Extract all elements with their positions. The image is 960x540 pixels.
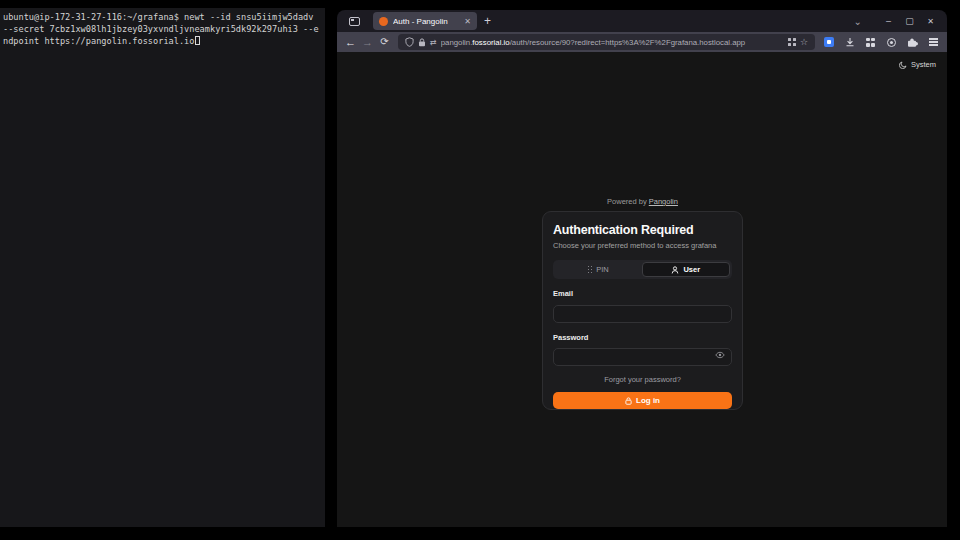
hamburger-menu-icon (929, 38, 938, 45)
theme-label: System (911, 60, 936, 69)
terminal-line: --secret 7cbz1xw08lh1jbzey03yxvndljvneam… (3, 24, 322, 36)
terminal-line-text: ndpoint https://pangolin.fossorial.io (3, 36, 194, 46)
terminal-window[interactable]: ubuntu@ip-172-31-27-116:~/grafana$ newt … (0, 8, 325, 527)
terminal-cursor (195, 36, 200, 45)
theme-selector[interactable]: System (899, 60, 936, 69)
pangolin-link[interactable]: Pangolin (649, 197, 678, 206)
navigation-toolbar: ← → ⟳ ⇄ pangolin.fossorial.io/auth/resou… (337, 32, 947, 52)
terminal-line: ndpoint https://pangolin.fossorial.io (3, 36, 322, 48)
url-text[interactable]: pangolin.fossorial.io/auth/resource/90?r… (441, 38, 784, 47)
tab-user-label: User (683, 265, 700, 274)
tab-auth-pangolin[interactable]: Auth - Pangolin ✕ (373, 12, 477, 30)
apps-grid-button[interactable] (862, 34, 879, 50)
tab-title: Auth - Pangolin (393, 17, 459, 26)
tab-pin[interactable]: PIN (555, 262, 642, 277)
tab-pin-label: PIN (596, 265, 609, 274)
url-path: /auth/resource/90?redirect=https%3A%2F%2… (510, 38, 746, 47)
window-maximize-button[interactable]: ▢ (899, 16, 920, 26)
url-subdomain: pangolin. (441, 38, 473, 47)
password-label: Password (553, 333, 732, 342)
account-button[interactable] (883, 34, 900, 50)
tab-bar: Auth - Pangolin ✕ + ⌄ – ▢ ✕ (337, 10, 947, 32)
login-lock-icon (625, 397, 632, 405)
auth-card: Authentication Required Choose your pref… (542, 211, 743, 410)
powered-prefix: Powered by (607, 197, 647, 206)
user-icon (671, 266, 679, 274)
email-field[interactable] (553, 305, 732, 323)
auth-title: Authentication Required (553, 223, 732, 237)
url-bar[interactable]: ⇄ pangolin.fossorial.io/auth/resource/90… (398, 34, 815, 50)
forgot-password-link[interactable]: Forgot your password? (553, 375, 732, 384)
tab-close-icon[interactable]: ✕ (464, 17, 471, 26)
extension-blue-button[interactable] (820, 34, 837, 50)
login-button[interactable]: Log in (553, 392, 732, 409)
url-domain: fossorial.io (472, 38, 509, 47)
puzzle-piece-icon (907, 37, 918, 48)
shortcuts-grid-icon[interactable] (788, 38, 796, 46)
apps-grid-icon (866, 38, 875, 47)
terminal-line: ubuntu@ip-172-31-27-116:~/grafana$ newt … (3, 12, 322, 24)
new-tab-button[interactable]: + (484, 15, 491, 27)
firefox-view-icon (349, 17, 360, 26)
account-circle-icon (887, 38, 896, 47)
login-button-label: Log in (636, 396, 660, 405)
browser-window: Auth - Pangolin ✕ + ⌄ – ▢ ✕ ← → ⟳ ⇄ pang… (337, 10, 947, 527)
forward-button[interactable]: → (359, 37, 376, 48)
extension-blue-icon (824, 37, 834, 47)
extensions-button[interactable] (904, 34, 921, 50)
connection-lock-icon[interactable] (418, 38, 426, 47)
toolbar-actions (820, 34, 942, 50)
tab-user[interactable]: User (642, 262, 731, 277)
show-password-eye-icon[interactable] (715, 351, 725, 359)
firefox-view-button[interactable] (343, 12, 365, 30)
password-field[interactable] (553, 348, 732, 366)
reload-button[interactable]: ⟳ (376, 37, 393, 47)
email-field-wrap (553, 302, 732, 323)
pin-dots-icon (588, 266, 593, 274)
list-tabs-chevron-icon[interactable]: ⌄ (854, 16, 862, 27)
window-close-button[interactable]: ✕ (920, 17, 941, 26)
pangolin-favicon-icon (379, 17, 388, 26)
back-button[interactable]: ← (342, 37, 359, 48)
auth-subtitle: Choose your preferred method to access g… (553, 241, 732, 250)
tracking-protection-shield-icon[interactable] (405, 37, 414, 47)
bookmark-star-icon[interactable]: ☆ (800, 38, 808, 47)
permissions-swap-icon[interactable]: ⇄ (430, 38, 437, 47)
email-label: Email (553, 289, 732, 298)
window-minimize-button[interactable]: – (878, 16, 899, 26)
moon-icon (899, 61, 907, 69)
page-content: System Powered by Pangolin Authenticatio… (337, 52, 947, 527)
download-icon (845, 37, 855, 47)
menu-button[interactable] (925, 34, 942, 50)
auth-method-tabs: PIN User (553, 260, 732, 279)
downloads-button[interactable] (841, 34, 858, 50)
password-field-wrap (553, 346, 732, 367)
powered-by: Powered by Pangolin (542, 197, 743, 206)
